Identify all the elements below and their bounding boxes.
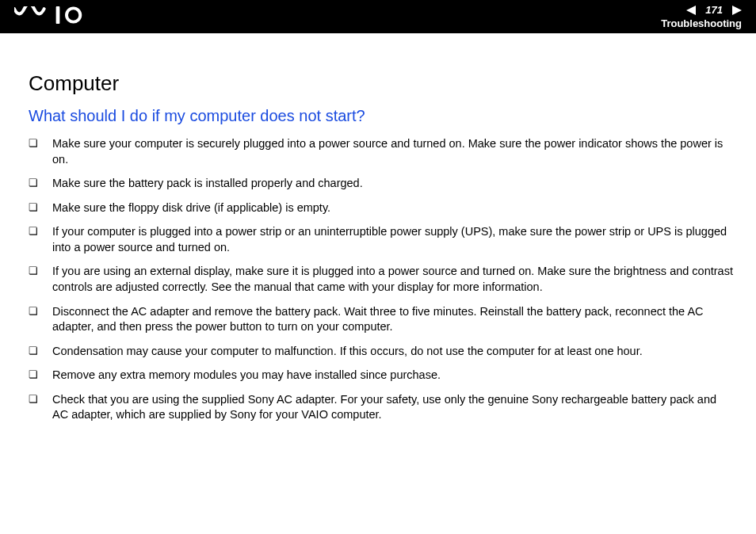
list-item: Make sure your computer is securely plug…: [29, 136, 734, 167]
page-number: 171: [701, 4, 727, 16]
list-item: If you are using an external display, ma…: [29, 264, 734, 295]
page-content: Computer What should I do if my computer…: [0, 33, 756, 448]
bullet-list: Make sure your computer is securely plug…: [29, 136, 734, 423]
list-item: Make sure the battery pack is installed …: [29, 176, 734, 192]
svg-point-1: [67, 8, 80, 21]
svg-marker-3: [732, 6, 742, 15]
list-item: Disconnect the AC adapter and remove the…: [29, 304, 734, 335]
list-item: Make sure the floppy disk drive (if appl…: [29, 200, 734, 216]
section-label: Troubleshooting: [661, 17, 742, 29]
vaio-logo: [14, 4, 101, 29]
prev-page-arrow-icon[interactable]: [686, 6, 701, 15]
svg-marker-2: [686, 6, 696, 15]
header-right: 171 Troubleshooting: [661, 4, 742, 29]
list-item: Check that you are using the supplied So…: [29, 392, 734, 423]
main-heading: Computer: [29, 71, 734, 96]
sub-heading: What should I do if my computer does not…: [29, 107, 734, 125]
header-bar: 171 Troubleshooting: [0, 0, 756, 33]
next-page-arrow-icon[interactable]: [727, 6, 742, 15]
list-item: Condensation may cause your computer to …: [29, 344, 734, 360]
list-item: If your computer is plugged into a power…: [29, 224, 734, 255]
page-nav: 171: [686, 4, 742, 16]
list-item: Remove any extra memory modules you may …: [29, 368, 734, 383]
